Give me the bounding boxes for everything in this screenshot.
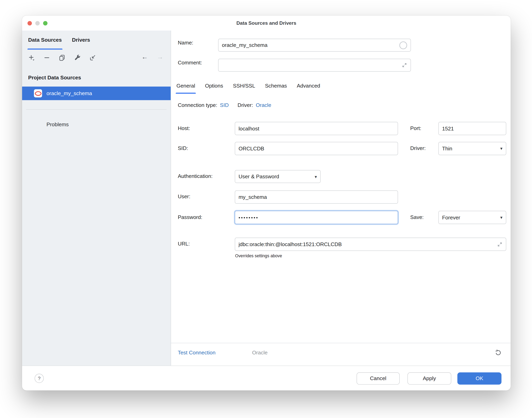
remove-data-source-button[interactable] (44, 54, 50, 61)
driver-link-label: Driver: (238, 102, 253, 108)
zoom-window-button[interactable] (43, 21, 47, 25)
host-input[interactable]: localhost (235, 122, 398, 135)
sid-label: SID: (178, 145, 188, 151)
url-label: URL: (178, 241, 190, 247)
url-hint: Overrides settings above (235, 254, 282, 258)
comment-input[interactable] (218, 59, 411, 72)
close-window-button[interactable] (27, 21, 32, 25)
minimize-window-button (35, 21, 40, 25)
desktop-background: Data Sources and Drivers Data Sources Dr… (0, 0, 532, 418)
driver-label: Driver: (410, 145, 426, 151)
expand-icon[interactable] (402, 62, 407, 68)
save-label: Save: (410, 214, 424, 220)
sidebar-separator (26, 109, 167, 110)
save-select[interactable]: Forever ▾ (438, 211, 506, 224)
import-icon (89, 54, 96, 61)
tab-ssh-ssl[interactable]: SSH/SSL (233, 78, 255, 94)
cancel-button[interactable]: Cancel (357, 372, 400, 384)
window-title: Data Sources and Drivers (22, 16, 511, 31)
host-label: Host: (178, 125, 190, 131)
import-data-source-button[interactable] (89, 54, 96, 61)
project-data-sources-heading: Project Data Sources (28, 75, 81, 81)
sidebar: Data Sources Drivers (22, 31, 171, 366)
tab-drivers-label: Drivers (72, 37, 90, 43)
dialog-footer: ? Cancel Apply OK (22, 366, 511, 390)
tab-advanced[interactable]: Advanced (297, 78, 320, 94)
comment-label: Comment: (178, 60, 202, 66)
url-input[interactable]: jdbc:oracle:thin:@localhost:1521:ORCLCDB (235, 238, 506, 251)
tab-schemas[interactable]: Schemas (265, 78, 287, 94)
expand-icon[interactable] (497, 242, 502, 247)
revert-icon (495, 349, 501, 356)
revert-button[interactable] (494, 349, 502, 356)
oracle-logo-icon (34, 89, 42, 97)
main-panel: Name: oracle_my_schema Comment: General … (171, 31, 511, 366)
tab-data-sources-label: Data Sources (28, 37, 62, 43)
password-dots: •••••••• (238, 215, 394, 220)
connection-type-row: Connection type: SID Driver: Oracle (178, 102, 271, 108)
driver-select[interactable]: Thin ▾ (438, 142, 506, 155)
data-sources-dialog: Data Sources and Drivers Data Sources Dr… (22, 16, 511, 390)
data-source-list-item-selected[interactable]: oracle_my_schema (22, 87, 171, 100)
authentication-select[interactable]: User & Password ▾ (235, 170, 321, 183)
port-label: Port: (410, 125, 421, 131)
tab-drivers[interactable]: Drivers (72, 31, 90, 49)
authentication-label: Authentication: (178, 173, 213, 179)
password-label: Password: (178, 214, 202, 220)
user-label: User: (178, 193, 190, 200)
ok-button[interactable]: OK (457, 372, 501, 384)
driver-link[interactable]: Oracle (256, 102, 271, 108)
traffic-lights (27, 21, 47, 25)
test-connection-link[interactable]: Test Connection (178, 349, 215, 356)
tab-options[interactable]: Options (205, 78, 223, 94)
chevron-down-icon: ▾ (315, 174, 317, 179)
chevron-down-icon: ▾ (500, 146, 502, 151)
password-input[interactable]: •••••••• (235, 211, 398, 224)
data-source-properties-button[interactable] (74, 54, 81, 61)
add-data-source-button[interactable] (28, 54, 35, 61)
wrench-icon (74, 54, 81, 61)
connection-type-link[interactable]: SID (220, 102, 229, 108)
plus-icon (28, 54, 35, 61)
help-button[interactable]: ? (35, 374, 44, 383)
apply-button[interactable]: Apply (407, 372, 451, 384)
window-titlebar: Data Sources and Drivers (22, 16, 511, 31)
forward-arrow-icon: → (157, 54, 163, 60)
divider (171, 343, 511, 343)
copy-icon (59, 54, 65, 61)
test-driver-name: Oracle (252, 349, 268, 356)
sid-input[interactable]: ORCLCDB (235, 142, 398, 155)
port-input[interactable]: 1521 (438, 122, 506, 135)
name-input[interactable]: oracle_my_schema (218, 39, 411, 52)
question-mark-icon: ? (38, 375, 40, 381)
settings-tabs: General Options SSH/SSL Schemas Advanced (176, 78, 320, 94)
user-input[interactable]: my_schema (235, 190, 398, 204)
sidebar-toolbar (28, 54, 96, 61)
refresh-spinner-icon (399, 41, 407, 49)
data-source-name: oracle_my_schema (46, 90, 92, 96)
name-label: Name: (178, 40, 193, 46)
chevron-down-icon: ▾ (500, 215, 502, 220)
name-value: oracle_my_schema (222, 42, 399, 48)
tab-data-sources[interactable]: Data Sources (28, 31, 62, 49)
connection-type-label: Connection type: (178, 102, 217, 108)
back-arrow-icon[interactable]: ← (142, 54, 148, 60)
minus-icon (44, 54, 50, 61)
sidebar-tabs: Data Sources Drivers (22, 31, 171, 49)
problems-item[interactable]: Problems (46, 121, 68, 128)
tab-general[interactable]: General (176, 78, 195, 94)
duplicate-data-source-button[interactable] (59, 54, 65, 61)
